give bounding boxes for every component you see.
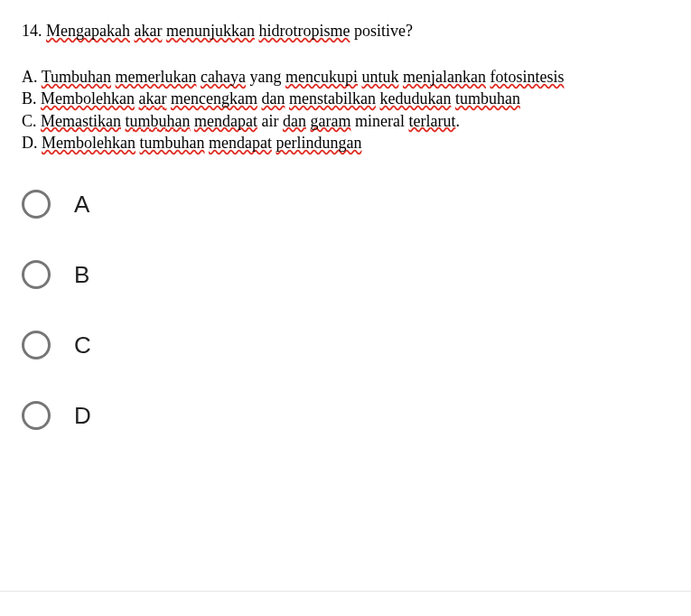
option-label: D [74, 402, 91, 430]
question-number: 14. [22, 22, 42, 40]
answer-d-text: D. Membolehkan tumbuhan mendapat perlind… [22, 132, 673, 154]
option-d[interactable]: D [22, 401, 673, 430]
option-a[interactable]: A [22, 190, 673, 219]
radio-icon [22, 401, 51, 430]
question-text: 14. Mengapakah akar menunjukkan hidrotro… [22, 22, 673, 41]
option-label: C [74, 331, 91, 359]
answer-b-text: B. Membolehkan akar mencengkam dan menst… [22, 88, 673, 109]
option-label: A [74, 191, 89, 219]
divider [0, 591, 691, 592]
option-c[interactable]: C [22, 331, 673, 359]
radio-icon [22, 260, 51, 289]
page: 14. Mengapakah akar menunjukkan hidrotro… [0, 0, 691, 430]
radio-icon [22, 331, 51, 359]
radio-options: A B C D [22, 190, 673, 430]
answer-a-text: A. Tumbuhan memerlukan cahaya yang mencu… [22, 66, 673, 88]
option-label: B [74, 261, 89, 289]
radio-icon [22, 190, 51, 219]
option-b[interactable]: B [22, 260, 673, 289]
answers-block: A. Tumbuhan memerlukan cahaya yang mencu… [22, 66, 673, 154]
answer-c-text: C. Memastikan tumbuhan mendapat air dan … [22, 110, 673, 132]
